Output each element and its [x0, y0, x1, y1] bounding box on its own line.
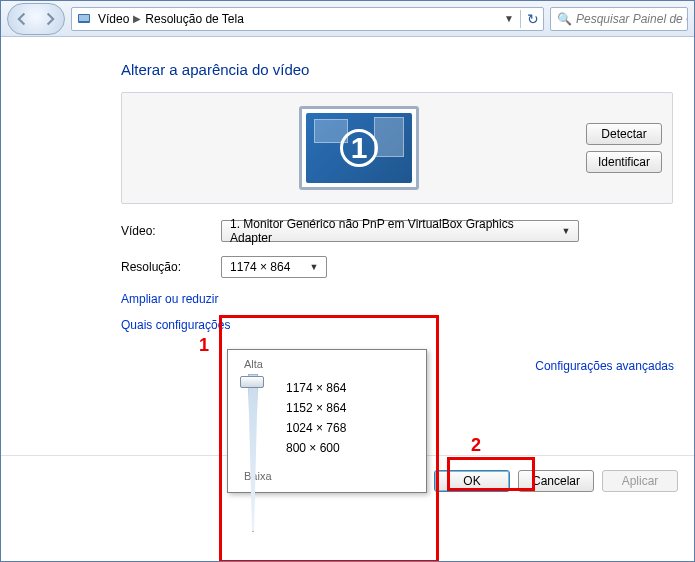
search-icon: 🔍 [557, 12, 572, 26]
forward-button[interactable] [36, 6, 62, 32]
resolution-option[interactable]: 1024 × 768 [286, 418, 416, 438]
ok-button[interactable]: OK [434, 470, 510, 492]
apply-button: Aplicar [602, 470, 678, 492]
resolution-option[interactable]: 800 × 600 [286, 438, 416, 458]
advanced-settings-link[interactable]: Configurações avançadas [535, 359, 674, 373]
arrow-right-icon [42, 12, 56, 26]
nav-buttons [7, 3, 65, 35]
divider [520, 10, 521, 28]
breadcrumb-item[interactable]: Vídeo [98, 12, 129, 26]
chevron-down-icon: ▼ [558, 221, 574, 241]
cancel-button[interactable]: Cancelar [518, 470, 594, 492]
resolution-option[interactable]: 1174 × 864 [286, 378, 416, 398]
chevron-down-icon[interactable]: ▼ [504, 13, 514, 24]
monitor-preview[interactable]: 1 [132, 106, 586, 190]
annotation-number-2: 2 [471, 435, 481, 456]
video-label: Vídeo: [121, 224, 221, 238]
which-settings-link[interactable]: Quais configurações [121, 318, 694, 332]
address-bar[interactable]: Vídeo ▶ Resolução de Tela ▼ ↻ [71, 7, 544, 31]
resolution-options: 1174 × 864 1152 × 864 1024 × 768 800 × 6… [268, 374, 416, 462]
resolution-dropdown-popup: Alta 1174 × 864 1152 × 864 1024 × 768 80… [227, 349, 427, 493]
annotation-number-1: 1 [199, 335, 209, 356]
breadcrumb-item[interactable]: Resolução de Tela [145, 12, 244, 26]
search-placeholder: Pesquisar Painel de Controle [576, 12, 688, 26]
arrow-left-icon [16, 12, 30, 26]
identify-button[interactable]: Identificar [586, 151, 662, 173]
detect-button[interactable]: Detectar [586, 123, 662, 145]
search-input[interactable]: 🔍 Pesquisar Painel de Controle [550, 7, 688, 31]
zoom-link[interactable]: Ampliar ou reduzir [121, 292, 694, 306]
slider-thumb[interactable] [240, 376, 264, 388]
display-preview-panel: 1 Detectar Identificar [121, 92, 673, 204]
resolution-option[interactable]: 1152 × 864 [286, 398, 416, 418]
control-panel-icon [76, 11, 92, 27]
breadcrumb: Vídeo ▶ Resolução de Tela [98, 12, 244, 26]
settings-form: Vídeo: 1. Monitor Genérico não PnP em Vi… [121, 220, 681, 278]
resolution-select[interactable]: 1174 × 864 ▼ [221, 256, 327, 278]
video-select-value: 1. Monitor Genérico não PnP em VirtualBo… [230, 217, 558, 245]
back-button[interactable] [10, 6, 36, 32]
refresh-icon[interactable]: ↻ [527, 11, 539, 27]
resolution-label: Resolução: [121, 260, 221, 274]
slider-low-label: Baixa [244, 470, 416, 482]
slider-high-label: Alta [244, 358, 416, 370]
video-select[interactable]: 1. Monitor Genérico não PnP em VirtualBo… [221, 220, 579, 242]
chevron-down-icon: ▼ [306, 257, 322, 277]
content-area: Alterar a aparência do vídeo 1 Detectar … [1, 37, 694, 332]
page-title: Alterar a aparência do vídeo [1, 61, 694, 92]
window-toolbar: Vídeo ▶ Resolução de Tela ▼ ↻ 🔍 Pesquisa… [1, 1, 694, 37]
svg-rect-1 [79, 15, 89, 21]
resolution-slider[interactable] [238, 374, 268, 462]
chevron-right-icon: ▶ [133, 13, 141, 24]
resolution-select-value: 1174 × 864 [230, 260, 290, 274]
